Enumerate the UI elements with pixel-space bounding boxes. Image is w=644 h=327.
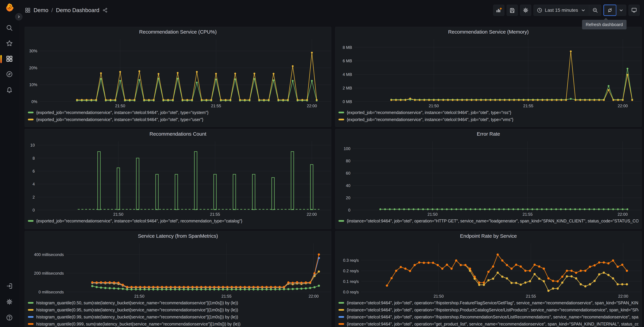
svg-text:0.0 req/s: 0.0 req/s (343, 290, 358, 294)
svg-text:21:55: 21:55 (522, 212, 532, 216)
svg-text:6 MB: 6 MB (342, 58, 352, 63)
svg-text:30%: 30% (29, 49, 37, 53)
dashboard-toolbar: Last 15 minutes (493, 5, 640, 16)
svg-text:20%: 20% (29, 66, 37, 70)
svg-text:21:50: 21:50 (115, 104, 125, 108)
svg-text:0.3 req/s: 0.3 req/s (343, 258, 358, 262)
dashboard-settings-button[interactable] (520, 5, 531, 16)
legend-item[interactable]: {instance="otelcol:9464", job="otel", op… (338, 320, 639, 327)
save-icon (509, 7, 515, 13)
legend-swatch (28, 302, 34, 304)
sign-in-icon (6, 282, 13, 290)
sidebar-item-starred[interactable] (4, 39, 15, 48)
legend-item[interactable]: histogram_quantile(0.999, sum(rate(laten… (28, 320, 328, 327)
panel-title[interactable]: Recommendations Count (25, 129, 331, 139)
svg-text:21:50: 21:50 (428, 212, 438, 216)
legend-label: {instance="otelcol:9464", job="otel", op… (347, 322, 639, 326)
svg-text:21:55: 21:55 (211, 104, 221, 108)
expand-sidebar-button[interactable] (15, 13, 22, 20)
nav-sidebar (0, 0, 19, 327)
cycle-view-mode-button[interactable] (628, 5, 640, 16)
legend-label: {exported_job="recommendationservice", i… (347, 110, 511, 115)
legend-label: {instance="otelcol:9464", job="otel", op… (347, 314, 638, 320)
legend-swatch (338, 323, 344, 325)
legend-item[interactable]: {exported_job="recommendationservice", i… (338, 116, 639, 123)
share-icon[interactable] (102, 8, 108, 13)
svg-text:400 milliseconds: 400 milliseconds (34, 252, 64, 257)
legend-label: {instance="otelcol:9464", job="otel", op… (347, 308, 639, 312)
legend-label: {exported_job="recommendationservice", i… (36, 110, 208, 115)
svg-text:22:00: 22:00 (307, 212, 317, 216)
add-panel-icon (496, 7, 502, 13)
refresh-controls (604, 5, 626, 16)
svg-text:21:50: 21:50 (113, 212, 124, 216)
chart-legend: {instance="otelcol:9464", job="otel", op… (336, 299, 642, 327)
legend-label: {exported_job="recommendationservice", i… (36, 218, 242, 224)
chart-canvas[interactable]: 0 MB2 MB4 MB6 MB8 MB21:5021:5522:00 (338, 37, 642, 108)
breadcrumb-page[interactable]: Demo Dashboard (56, 7, 100, 14)
chart-canvas[interactable]: 024681021:5021:5522:00 (28, 139, 331, 217)
legend-label: {instance="otelcol:9464", job="otel", op… (347, 218, 639, 224)
refresh-icon (607, 8, 613, 13)
svg-text:100: 100 (344, 146, 350, 151)
panel-title[interactable]: Endpoint Rate by Service (336, 231, 642, 241)
legend-item[interactable]: {instance="otelcol:9464", job="otel", op… (338, 306, 639, 314)
sidebar-item-dashboards[interactable] (4, 55, 15, 64)
chart-canvas[interactable]: 0%10%20%30%21:5021:5522:00 (28, 37, 331, 108)
svg-text:22:00: 22:00 (618, 104, 628, 108)
svg-text:80: 80 (346, 159, 350, 163)
search-icon (6, 24, 13, 32)
monitor-icon (631, 7, 637, 13)
legend-swatch (28, 316, 34, 318)
sidebar-item-sign-in[interactable] (4, 282, 15, 291)
bell-icon (6, 86, 13, 94)
legend-swatch (338, 302, 344, 304)
svg-text:21:50: 21:50 (428, 104, 439, 108)
sidebar-item-search[interactable] (4, 24, 15, 32)
panel-title[interactable]: Error Rate (336, 129, 642, 139)
legend-label: {exported_job="recommendationservice", i… (36, 117, 203, 122)
zoom-out-time-button[interactable] (589, 5, 601, 16)
panel-title[interactable]: Service Latency (from SpanMetrics) (25, 231, 331, 241)
refresh-dashboard-button[interactable] (603, 4, 616, 16)
star-icon (6, 40, 13, 48)
chart-canvas[interactable]: 0.0 req/s0.1 req/s0.2 req/s0.3 req/s21:5… (338, 241, 642, 299)
legend-label: {instance="otelcol:9464", job="otel", op… (347, 300, 639, 305)
panel-title[interactable]: Recommendation Service (CPU%) (25, 27, 331, 37)
svg-text:0 milliseconds: 0 milliseconds (38, 290, 64, 294)
svg-text:22:00: 22:00 (618, 212, 628, 216)
save-dashboard-button[interactable] (507, 5, 518, 16)
legend-item[interactable]: {instance="otelcol:9464", job="otel", op… (338, 218, 639, 224)
legend-item[interactable]: {exported_job="recommendationservice", i… (28, 109, 328, 116)
legend-item[interactable]: {instance="otelcol:9464", job="otel", op… (338, 299, 639, 306)
legend-item[interactable]: {instance="otelcol:9464", job="otel", op… (338, 314, 639, 320)
add-panel-button[interactable] (493, 5, 504, 16)
legend-swatch (28, 112, 34, 113)
legend-item[interactable]: histogram_quantile(0.95, sum(rate(latenc… (28, 306, 328, 314)
sidebar-item-settings[interactable] (4, 298, 15, 306)
chart-area: 024681021:5021:5522:00 (25, 139, 331, 217)
breadcrumb-section[interactable]: Demo (34, 7, 48, 14)
svg-text:4: 4 (32, 182, 35, 186)
sidebar-item-alerting[interactable] (4, 86, 15, 94)
chart-canvas[interactable]: 02040608010021:5021:5522:00 (338, 139, 642, 217)
chart-canvas[interactable]: 0 milliseconds200 milliseconds400 millis… (28, 241, 331, 299)
grafana-logo-icon[interactable] (5, 3, 14, 12)
time-range-picker[interactable]: Last 15 minutes (534, 5, 589, 16)
refresh-interval-dropdown[interactable] (616, 5, 626, 16)
apps-grid-icon (25, 8, 30, 13)
svg-text:0.1 req/s: 0.1 req/s (343, 279, 358, 284)
svg-text:40: 40 (346, 183, 350, 188)
legend-item[interactable]: {exported_job="recommendationservice", i… (28, 116, 328, 123)
sidebar-item-help[interactable] (4, 314, 15, 322)
legend-item[interactable]: histogram_quantile(0.99, sum(rate(latenc… (28, 314, 328, 320)
time-controls: Last 15 minutes (534, 5, 601, 16)
top-navigation-bar: Demo / Demo Dashboard (19, 0, 644, 20)
legend-item[interactable]: {exported_job="recommendationservice", i… (338, 109, 639, 116)
svg-text:21:55: 21:55 (523, 104, 533, 108)
legend-item[interactable]: histogram_quantile(0.50, sum(rate(latenc… (28, 299, 328, 306)
sidebar-item-explore[interactable] (4, 70, 15, 79)
legend-item[interactable]: {exported_job="recommendationservice", i… (28, 218, 328, 224)
panel-recommendations-count: Recommendations Count 024681021:5021:552… (25, 129, 331, 229)
chart-legend: histogram_quantile(0.50, sum(rate(latenc… (25, 299, 331, 327)
